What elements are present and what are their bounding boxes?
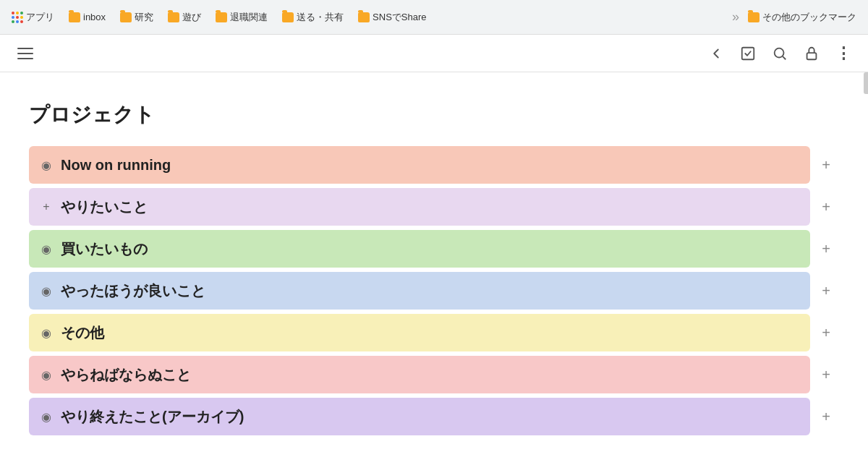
svg-rect-3 <box>807 53 817 59</box>
check-button[interactable] <box>735 40 761 67</box>
project-row-want-to-buy[interactable]: ◉買いたいもの+ <box>29 230 839 268</box>
project-icon-now-running: ◉ <box>39 158 54 172</box>
folder-icon <box>748 12 760 22</box>
project-icon-other: ◉ <box>39 325 54 340</box>
bookmark-retirement-label: 退職関連 <box>230 11 268 24</box>
folder-icon <box>216 12 227 22</box>
lock-icon <box>804 46 820 61</box>
project-label-must-do: やらねばならぬこと <box>61 365 800 385</box>
project-add-other[interactable]: + <box>813 320 839 346</box>
project-add-want-to-do[interactable]: + <box>813 194 839 220</box>
toolbar: ⋮ <box>0 35 868 72</box>
project-label-should-do: やったほうが良いこと <box>61 281 800 301</box>
check-icon <box>740 46 756 61</box>
hamburger-line-1 <box>17 48 33 49</box>
project-add-want-to-buy[interactable]: + <box>813 236 839 262</box>
bookmark-play-label: 遊び <box>182 11 201 24</box>
project-icon-want-to-do: + <box>39 200 54 214</box>
project-add-should-do[interactable]: + <box>813 278 839 304</box>
toolbar-right: ⋮ <box>703 40 856 67</box>
apps-icon <box>12 12 23 23</box>
bookmark-inbox-label: inbox <box>83 12 106 22</box>
svg-line-2 <box>783 56 786 59</box>
folder-icon <box>69 12 80 22</box>
project-row-inner-now-running: ◉Now on running <box>29 146 810 184</box>
bookmark-sns-label: SNSでShare <box>373 11 426 24</box>
folder-icon <box>358 12 370 22</box>
project-label-want-to-buy: 買いたいもの <box>61 239 800 259</box>
back-icon <box>708 46 724 61</box>
project-row-other[interactable]: ◉その他+ <box>29 314 839 351</box>
svg-rect-0 <box>742 47 754 59</box>
project-row-inner-other: ◉その他 <box>29 314 810 351</box>
bookmark-bar: アプリ inbox 研究 遊び 退職関連 送る・共有 SNSでShare » そ… <box>0 0 868 35</box>
bookmark-share[interactable]: 送る・共有 <box>276 8 349 27</box>
apps-button[interactable]: アプリ <box>6 8 60 27</box>
project-icon-should-do: ◉ <box>39 283 54 298</box>
scroll-indicator <box>864 72 868 94</box>
other-bookmarks-label: その他のブックマーク <box>762 11 856 24</box>
lock-button[interactable] <box>799 40 825 67</box>
main-content: プロジェクト ◉Now on running++やりたいこと+◉買いたいもの+◉… <box>0 72 868 452</box>
project-add-must-do[interactable]: + <box>813 362 839 388</box>
more-chevron[interactable]: » <box>731 9 741 25</box>
bookmark-research[interactable]: 研究 <box>114 8 159 27</box>
folder-icon <box>120 12 132 22</box>
project-row-inner-want-to-do: +やりたいこと <box>29 188 810 226</box>
project-row-inner-should-do: ◉やったほうが良いこと <box>29 272 810 310</box>
project-add-now-running[interactable]: + <box>813 152 839 178</box>
menu-button[interactable] <box>12 42 39 65</box>
bookmark-play[interactable]: 遊び <box>162 8 207 27</box>
folder-icon <box>168 12 179 22</box>
project-label-now-running: Now on running <box>61 157 800 174</box>
project-row-want-to-do[interactable]: +やりたいこと+ <box>29 188 839 226</box>
apps-label: アプリ <box>26 11 54 24</box>
bookmark-retirement[interactable]: 退職関連 <box>210 8 273 27</box>
project-label-want-to-do: やりたいこと <box>61 197 800 217</box>
project-add-archive[interactable]: + <box>813 404 839 430</box>
toolbar-left <box>12 42 39 65</box>
svg-point-1 <box>775 48 784 57</box>
folder-icon <box>282 12 294 22</box>
project-row-inner-want-to-buy: ◉買いたいもの <box>29 230 810 268</box>
project-list: ◉Now on running++やりたいこと+◉買いたいもの+◉やったほうが良… <box>29 146 839 440</box>
project-row-must-do[interactable]: ◉やらねばならぬこと+ <box>29 356 839 393</box>
page-title: プロジェクト <box>29 101 839 129</box>
back-button[interactable] <box>703 40 729 67</box>
project-row-should-do[interactable]: ◉やったほうが良いこと+ <box>29 272 839 310</box>
project-icon-archive: ◉ <box>39 409 54 424</box>
more-button[interactable]: ⋮ <box>830 40 856 67</box>
project-icon-want-to-buy: ◉ <box>39 242 54 256</box>
project-row-now-running[interactable]: ◉Now on running+ <box>29 146 839 184</box>
search-button[interactable] <box>767 40 793 67</box>
project-row-inner-archive: ◉やり終えたこと(アーカイブ) <box>29 398 810 435</box>
project-label-archive: やり終えたこと(アーカイブ) <box>61 407 800 427</box>
hamburger-line-3 <box>17 58 33 59</box>
project-row-archive[interactable]: ◉やり終えたこと(アーカイブ)+ <box>29 398 839 435</box>
project-row-inner-must-do: ◉やらねばならぬこと <box>29 356 810 393</box>
bookmark-more-area: » その他のブックマーク <box>731 8 862 27</box>
project-icon-must-do: ◉ <box>39 367 54 382</box>
hamburger-line-2 <box>17 53 33 54</box>
project-label-other: その他 <box>61 323 800 343</box>
other-bookmarks[interactable]: その他のブックマーク <box>742 8 862 27</box>
bookmark-sns[interactable]: SNSでShare <box>352 8 432 27</box>
bookmark-share-label: 送る・共有 <box>297 11 344 24</box>
search-icon <box>772 46 788 61</box>
bookmark-inbox[interactable]: inbox <box>63 9 111 25</box>
bookmark-research-label: 研究 <box>135 11 153 24</box>
